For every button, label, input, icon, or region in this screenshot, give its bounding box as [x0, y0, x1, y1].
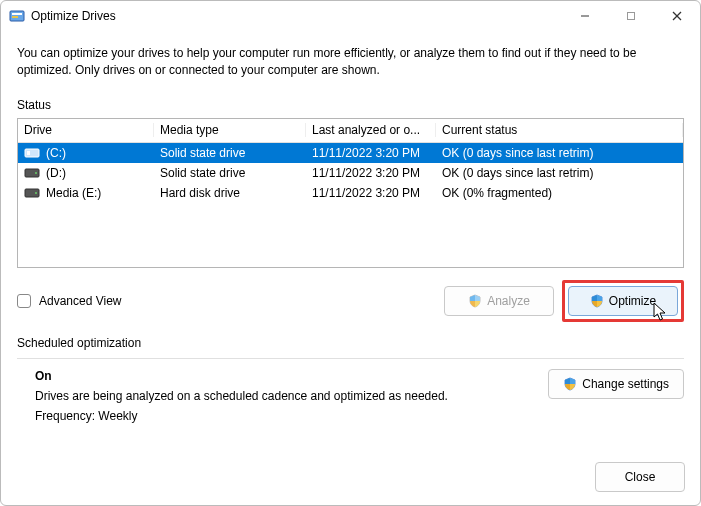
svg-rect-2: [12, 16, 18, 18]
column-header-drive[interactable]: Drive: [18, 123, 154, 137]
drive-name: Media (E:): [46, 186, 101, 200]
drive-media: Solid state drive: [154, 146, 306, 160]
drive-status: OK (0 days since last retrim): [436, 146, 683, 160]
optimize-label: Optimize: [609, 294, 656, 308]
optimize-button[interactable]: Optimize: [568, 286, 678, 316]
window-title: Optimize Drives: [31, 9, 116, 23]
column-header-status[interactable]: Current status: [436, 123, 683, 137]
svg-rect-8: [27, 151, 30, 155]
scheduled-frequency: Frequency: Weekly: [35, 409, 548, 423]
svg-point-10: [35, 172, 37, 174]
shield-icon: [563, 377, 577, 391]
table-row[interactable]: (C:)Solid state drive11/11/2022 3:20 PMO…: [18, 143, 683, 163]
drive-name: (D:): [46, 166, 66, 180]
advanced-view-checkbox[interactable]: [17, 294, 31, 308]
drive-name: (C:): [46, 146, 66, 160]
drive-media: Hard disk drive: [154, 186, 306, 200]
drive-media: Solid state drive: [154, 166, 306, 180]
hdd-icon: [24, 187, 40, 199]
scheduled-on: On: [35, 369, 548, 383]
drive-status: OK (0% fragmented): [436, 186, 683, 200]
change-settings-label: Change settings: [582, 377, 669, 391]
maximize-button[interactable]: [608, 1, 654, 31]
analyze-button[interactable]: Analyze: [444, 286, 554, 316]
status-label: Status: [17, 98, 684, 112]
svg-point-12: [35, 192, 37, 194]
analyze-label: Analyze: [487, 294, 530, 308]
table-row[interactable]: Media (E:)Hard disk drive11/11/2022 3:20…: [18, 183, 683, 203]
divider: [17, 358, 684, 359]
scheduled-section-label: Scheduled optimization: [17, 336, 684, 350]
titlebar: Optimize Drives: [1, 1, 700, 31]
tutorial-highlight: Optimize: [562, 280, 684, 322]
description-text: You can optimize your drives to help you…: [17, 45, 684, 80]
change-settings-button[interactable]: Change settings: [548, 369, 684, 399]
drive-status: OK (0 days since last retrim): [436, 166, 683, 180]
hdd-icon: [24, 167, 40, 179]
close-label: Close: [625, 470, 656, 484]
table-header: Drive Media type Last analyzed or o... C…: [18, 119, 683, 143]
ssd-icon: [24, 147, 40, 159]
minimize-button[interactable]: [562, 1, 608, 31]
drive-last: 11/11/2022 3:20 PM: [306, 146, 436, 160]
scheduled-desc: Drives are being analyzed on a scheduled…: [35, 389, 548, 403]
close-window-button[interactable]: [654, 1, 700, 31]
column-header-media[interactable]: Media type: [154, 123, 306, 137]
column-header-last[interactable]: Last analyzed or o...: [306, 123, 436, 137]
drive-last: 11/11/2022 3:20 PM: [306, 166, 436, 180]
shield-icon: [468, 294, 482, 308]
table-row[interactable]: (D:)Solid state drive11/11/2022 3:20 PMO…: [18, 163, 683, 183]
drive-last: 11/11/2022 3:20 PM: [306, 186, 436, 200]
app-icon: [9, 8, 25, 24]
drives-table: Drive Media type Last analyzed or o... C…: [17, 118, 684, 268]
svg-rect-4: [628, 13, 635, 20]
advanced-view-label[interactable]: Advanced View: [39, 294, 122, 308]
shield-icon: [590, 294, 604, 308]
close-button[interactable]: Close: [595, 462, 685, 492]
svg-rect-1: [12, 13, 22, 15]
